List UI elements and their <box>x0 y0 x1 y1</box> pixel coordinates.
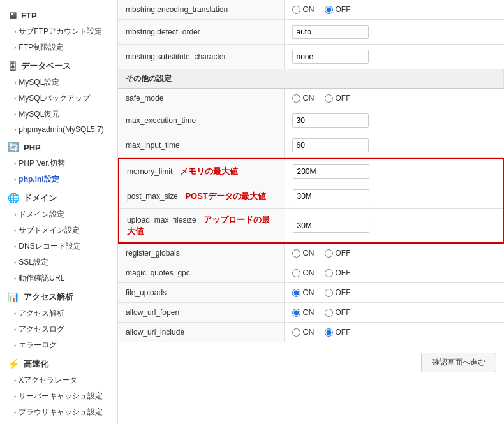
sidebar-item-mysql-backup[interactable]: › MySQLバックアップ <box>0 91 117 106</box>
arrow-icon: › <box>14 160 16 167</box>
input-mbstring-substitute[interactable] <box>292 50 369 64</box>
arrow-icon: › <box>14 326 16 333</box>
sidebar-item-browser-cache[interactable]: › ブラウザキャッシュ設定 <box>0 404 117 420</box>
radio-input-on-magic-quotes[interactable] <box>292 269 300 277</box>
table-row-upload-max-filesize: upload_max_filesize アップロードの最大値 <box>119 209 503 244</box>
table-row: mbstring.encoding_translation ON OFF <box>118 0 504 20</box>
setting-value-mbstring-encoding: ON OFF <box>284 0 504 20</box>
access-icon: 📊 <box>8 291 20 303</box>
sidebar-item-sub-ftp[interactable]: › サブFTPアカウント設定 <box>0 24 117 40</box>
sidebar-item-motion-confirm[interactable]: › 動作確認URL <box>0 270 117 286</box>
setting-value-mbstring-substitute <box>284 45 504 69</box>
arrow-icon: › <box>14 211 16 218</box>
sidebar-section-php-label: PHP <box>24 143 41 152</box>
radio-input-off-safe-mode[interactable] <box>325 94 333 103</box>
radio-input-off-allow-url-fopen[interactable] <box>325 309 333 317</box>
sidebar-item-dns[interactable]: › DNSレコード設定 <box>0 238 117 254</box>
sidebar-item-phpmyadmin[interactable]: › phpmyadmin(MySQL5.7) <box>0 122 117 136</box>
radio-input-on-allow-url-include[interactable] <box>292 328 300 337</box>
radio-input-on-safe-mode[interactable] <box>292 94 300 103</box>
speed-icon: ⚡ <box>8 358 20 370</box>
setting-value-file-uploads: ON OFF <box>284 283 504 303</box>
setting-value-safe-mode: ON OFF <box>284 89 504 108</box>
radio-off-file-uploads[interactable]: OFF <box>325 288 351 297</box>
setting-value-upload-max-filesize <box>285 209 503 244</box>
input-mbstring-detect[interactable] <box>292 25 369 39</box>
sidebar-section-ftp: 🖥 FTP <box>0 5 117 24</box>
setting-label-memory-limit: memory_limit メモリの最大値 <box>119 159 285 184</box>
radio-on-allow-url-fopen[interactable]: ON <box>292 308 315 317</box>
sidebar-item-ftp-restrict[interactable]: › FTP制限設定 <box>0 40 117 55</box>
input-memory-limit[interactable] <box>293 164 369 179</box>
radio-input-on-register-globals[interactable] <box>292 249 300 258</box>
database-icon: 🗄 <box>8 61 17 72</box>
arrow-icon: › <box>14 126 16 133</box>
sidebar-item-subdomain[interactable]: › サブドメイン設定 <box>0 223 117 238</box>
sidebar-item-server-cache[interactable]: › サーバーキャッシュ設定 <box>0 388 117 404</box>
radio-input-off-mbstring-encoding[interactable] <box>325 6 333 14</box>
ftp-icon: 🖥 <box>8 10 17 21</box>
sidebar-item-php-ver[interactable]: › PHP Ver.切替 <box>0 156 117 172</box>
radio-on-allow-url-include[interactable]: ON <box>292 328 315 337</box>
radio-on-file-uploads[interactable]: ON <box>292 288 315 297</box>
highlight-label-post-max: POSTデータの最大値 <box>185 191 265 201</box>
radio-input-on-mbstring-encoding[interactable] <box>292 6 300 14</box>
sidebar-section-database-label: データベース <box>21 61 71 72</box>
table-row-magic-quotes: magic_quotes_gpc ON OFF <box>118 263 504 283</box>
table-row-allow-url-fopen: allow_url_fopen ON OFF <box>118 303 504 323</box>
sidebar-item-ssl[interactable]: › SSL設定 <box>0 254 117 270</box>
main-content: mbstring.encoding_translation ON OFF mbs… <box>118 0 504 424</box>
arrow-icon: › <box>14 377 16 384</box>
sidebar-item-php-ini[interactable]: › php.ini設定 <box>0 172 117 187</box>
sidebar-item-x-accelerator[interactable]: › Xアクセラレータ <box>0 372 117 388</box>
arrow-icon: › <box>14 259 16 266</box>
radio-on-safe-mode[interactable]: ON <box>292 94 315 103</box>
table-row: mbstring.substitute_character <box>118 45 504 69</box>
radio-input-off-magic-quotes[interactable] <box>325 269 333 277</box>
sidebar-item-access-log[interactable]: › アクセスログ <box>0 321 117 337</box>
table-row: max_input_time <box>118 133 504 158</box>
radio-off-register-globals[interactable]: OFF <box>325 249 351 258</box>
radio-off-magic-quotes[interactable]: OFF <box>325 268 351 277</box>
settings-table-remaining: register_globals ON OFF magic_quotes_gpc <box>118 244 504 342</box>
sidebar-item-error-log[interactable]: › エラーログ <box>0 337 117 353</box>
radio-on-register-globals[interactable]: ON <box>292 249 315 258</box>
highlighted-settings-table: memory_limit メモリの最大値 post_max_size POSTデ… <box>118 158 504 244</box>
setting-value-memory-limit <box>285 159 503 184</box>
table-row: max_execution_time <box>118 108 504 133</box>
input-upload-max-filesize[interactable] <box>293 219 369 233</box>
sidebar-item-mysql-settings[interactable]: › MySQL設定 <box>0 75 117 91</box>
radio-on-magic-quotes[interactable]: ON <box>292 268 315 277</box>
radio-input-off-file-uploads[interactable] <box>325 289 333 297</box>
sidebar-item-domain-settings[interactable]: › ドメイン設定 <box>0 207 117 223</box>
setting-label-file-uploads: file_uploads <box>118 283 284 303</box>
radio-off-allow-url-include[interactable]: OFF <box>325 328 351 337</box>
input-max-input[interactable] <box>292 138 369 152</box>
arrow-icon: › <box>14 409 16 416</box>
radio-input-on-allow-url-fopen[interactable] <box>292 309 300 317</box>
setting-value-magic-quotes: ON OFF <box>284 263 504 283</box>
radio-off-mbstring-encoding[interactable]: OFF <box>325 5 351 14</box>
radio-input-off-allow-url-include[interactable] <box>325 328 333 337</box>
arrow-icon: › <box>14 111 16 118</box>
radio-input-off-register-globals[interactable] <box>325 249 333 258</box>
setting-value-allow-url-include: ON OFF <box>284 323 504 342</box>
sidebar-item-mysql-restore[interactable]: › MySQL復元 <box>0 106 117 122</box>
radio-off-allow-url-fopen[interactable]: OFF <box>325 308 351 317</box>
sidebar-section-speed-label: 高速化 <box>24 358 48 370</box>
sidebar-section-ftp-label: FTP <box>21 11 37 20</box>
arrow-icon: › <box>14 393 16 400</box>
sidebar-item-access-analysis[interactable]: › アクセス解析 <box>0 305 117 321</box>
table-row-memory-limit: memory_limit メモリの最大値 <box>119 159 503 184</box>
setting-label-max-input: max_input_time <box>118 133 284 158</box>
radio-on-mbstring-encoding[interactable]: ON <box>292 5 315 14</box>
radio-input-on-file-uploads[interactable] <box>292 289 300 297</box>
sidebar-section-domain: 🌐 ドメイン <box>0 187 117 207</box>
sidebar-section-database: 🗄 データベース <box>0 55 117 75</box>
radio-group-allow-url-fopen: ON OFF <box>292 308 497 317</box>
input-post-max-size[interactable] <box>293 189 369 203</box>
radio-off-safe-mode[interactable]: OFF <box>325 94 351 103</box>
input-max-execution[interactable] <box>292 113 369 128</box>
confirm-button[interactable]: 確認画面へ進む <box>421 353 496 372</box>
radio-group-magic-quotes: ON OFF <box>292 268 497 277</box>
